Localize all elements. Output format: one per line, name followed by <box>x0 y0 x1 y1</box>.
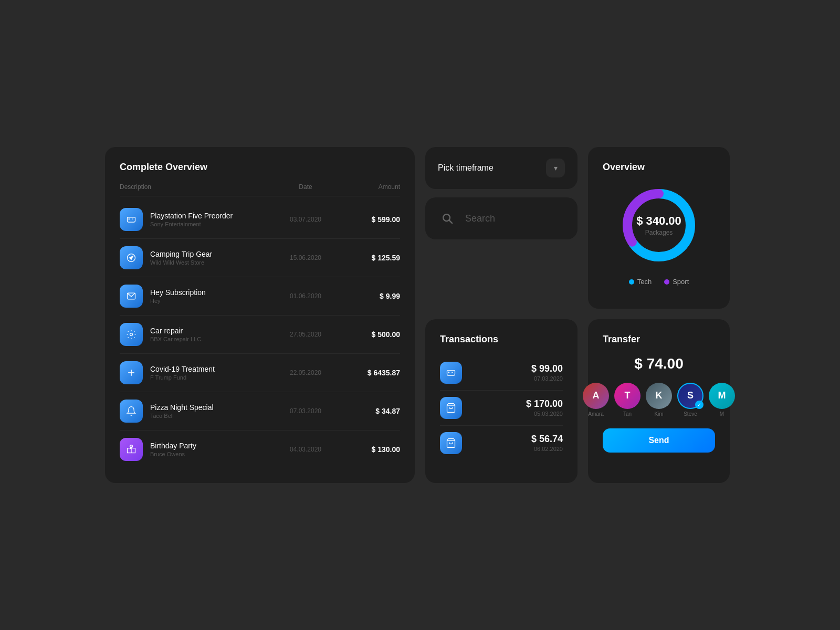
transfer-title: Transfer <box>603 334 715 345</box>
avatar-container: T <box>614 383 640 409</box>
tx-sub: Bruce Owens <box>150 451 196 457</box>
avatar-wrap[interactable]: K Kim <box>646 383 672 417</box>
timeframe-label: Pick timeframe <box>438 163 494 173</box>
tx-icon <box>120 208 143 231</box>
contacts-avatars: A Amara T Tan K Kim <box>603 383 715 417</box>
avatar: K <box>646 383 672 409</box>
search-icon <box>438 209 457 228</box>
mini-tx-amount: $ 170.00 <box>526 398 563 410</box>
send-button[interactable]: Send <box>603 428 715 453</box>
mini-tx-icon <box>440 397 462 419</box>
tx-name: Covid-19 Treatment <box>150 365 215 373</box>
tx-date: 01.06.2020 <box>274 292 337 300</box>
avatar-container: K <box>646 383 672 409</box>
mini-tx-right: $ 56.74 06.02.2020 <box>531 434 563 452</box>
timeframe-card: Pick timeframe ▾ <box>425 147 578 189</box>
avatar-wrap[interactable]: S ✓ Steve <box>677 383 704 417</box>
transactions-list: Playstation Five Preorder Sony Entertain… <box>120 201 400 468</box>
tx-name: Pizza Night Special <box>150 403 214 412</box>
overview-title: Complete Overview <box>120 162 400 173</box>
transactions-panel: Transactions $ 99.00 07.03.2020 $ 170.00… <box>425 319 578 484</box>
tx-info: Car repair BBX Car repair LLC. <box>150 327 203 342</box>
tx-amount: $ 34.87 <box>337 407 400 415</box>
avatar: T <box>614 383 640 409</box>
tx-date: 22.05.2020 <box>274 369 337 376</box>
mini-tx-icon <box>440 432 462 454</box>
sport-label: Sport <box>673 278 689 286</box>
tx-left: Pizza Night Special Taco Bell <box>120 400 274 423</box>
transfer-card: Transfer $ 74.00 A Amara T Tan K <box>588 319 730 484</box>
col-date: Date <box>274 183 337 191</box>
svg-line-9 <box>449 220 453 224</box>
search-card[interactable]: Search <box>425 197 578 239</box>
tx-sub: Hey <box>150 298 206 304</box>
avatar-wrap[interactable]: A Amara <box>583 383 609 417</box>
mini-tx-icon <box>440 362 462 384</box>
tx-date: 03.07.2020 <box>274 216 337 223</box>
timeframe-row[interactable]: Pick timeframe ▾ <box>438 159 565 177</box>
avatar-wrap[interactable]: T Tan <box>614 383 640 417</box>
tx-icon <box>120 438 143 461</box>
donut-amount: $ 340.00 <box>636 214 681 228</box>
mini-tx-row: $ 56.74 06.02.2020 <box>440 426 563 460</box>
avatar-container: M <box>709 383 735 409</box>
tx-date: 07.03.2020 <box>274 407 337 415</box>
tx-left: Hey Subscription Hey <box>120 285 274 308</box>
tx-icon <box>120 400 143 423</box>
table-row: Playstation Five Preorder Sony Entertain… <box>120 201 400 239</box>
table-row: Car repair BBX Car repair LLC. 27.05.202… <box>120 316 400 354</box>
mini-tx-date: 06.02.2020 <box>531 446 563 452</box>
tx-sub: F Trump Fund <box>150 374 215 381</box>
avatar-name: Tan <box>623 411 632 417</box>
tx-amount: $ 6435.87 <box>337 369 400 377</box>
tx-icon <box>120 246 143 269</box>
tx-sub: BBX Car repair LLC. <box>150 336 203 342</box>
mini-tx-amount: $ 56.74 <box>531 434 563 445</box>
avatar: A <box>583 383 609 409</box>
tx-left: Birthday Party Bruce Owens <box>120 438 274 461</box>
transfer-amount: $ 74.00 <box>603 355 715 372</box>
tx-left: Playstation Five Preorder Sony Entertain… <box>120 208 274 231</box>
tx-info: Playstation Five Preorder Sony Entertain… <box>150 212 233 227</box>
tx-left: Camping Trip Gear Wild Wild West Store <box>120 246 274 269</box>
tx-info: Hey Subscription Hey <box>150 288 206 304</box>
tx-name: Camping Trip Gear <box>150 250 212 258</box>
search-placeholder: Search <box>465 213 495 224</box>
avatar-name: Kim <box>654 411 663 417</box>
donut-overview-card: Overview $ 340.00 Packages Tech <box>588 147 730 309</box>
tx-name: Playstation Five Preorder <box>150 212 233 220</box>
tx-name: Birthday Party <box>150 442 196 450</box>
col-description: Description <box>120 183 274 191</box>
transactions-title: Transactions <box>440 334 563 345</box>
table-row: Camping Trip Gear Wild Wild West Store 1… <box>120 239 400 277</box>
tx-icon <box>120 361 143 384</box>
tx-amount: $ 9.99 <box>337 292 400 300</box>
tech-dot <box>629 279 634 285</box>
table-row: Covid-19 Treatment F Trump Fund 22.05.20… <box>120 354 400 392</box>
tx-date: 04.03.2020 <box>274 446 337 453</box>
col-amount: Amount <box>337 183 400 191</box>
avatar-wrap[interactable]: M M <box>709 383 735 417</box>
tx-sub: Taco Bell <box>150 413 214 419</box>
chevron-btn[interactable]: ▾ <box>546 159 565 177</box>
tx-sub: Sony Entertainment <box>150 221 233 227</box>
donut-packages-label: Packages <box>636 229 681 236</box>
tx-sub: Wild Wild West Store <box>150 259 212 266</box>
mini-tx-right: $ 99.00 07.03.2020 <box>531 363 563 382</box>
avatar: M <box>709 383 735 409</box>
avatar-name: Steve <box>684 411 697 417</box>
mini-tx-right: $ 170.00 05.03.2020 <box>526 398 563 417</box>
chevron-down-icon: ▾ <box>554 164 558 172</box>
tech-label: Tech <box>637 278 652 286</box>
tx-date: 27.05.2020 <box>274 331 337 338</box>
avatar-name: M <box>720 411 724 417</box>
tx-amount: $ 130.00 <box>337 445 400 454</box>
tx-info: Camping Trip Gear Wild Wild West Store <box>150 250 212 266</box>
chart-legend: Tech Sport <box>603 278 715 286</box>
mini-tx-amount: $ 99.00 <box>531 363 563 374</box>
avatar-container: A <box>583 383 609 409</box>
table-header: Description Date Amount <box>120 183 400 196</box>
tx-amount: $ 599.00 <box>337 215 400 224</box>
mini-tx-row: $ 170.00 05.03.2020 <box>440 391 563 426</box>
tx-amount: $ 500.00 <box>337 330 400 339</box>
